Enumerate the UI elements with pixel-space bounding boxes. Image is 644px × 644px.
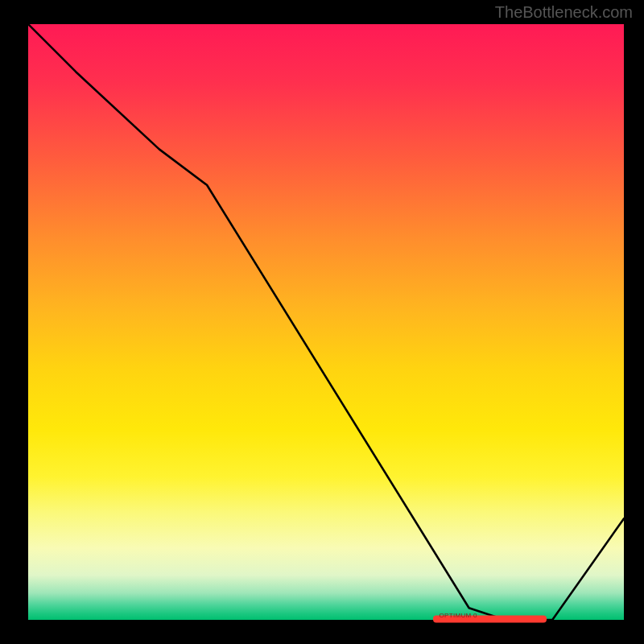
optimum-marker-label: OPTIMUM 0 bbox=[440, 612, 477, 619]
watermark-text: TheBottleneck.com bbox=[495, 3, 633, 22]
chart-plot-area: OPTIMUM 0 bbox=[28, 24, 624, 620]
bottleneck-curve bbox=[28, 24, 624, 620]
